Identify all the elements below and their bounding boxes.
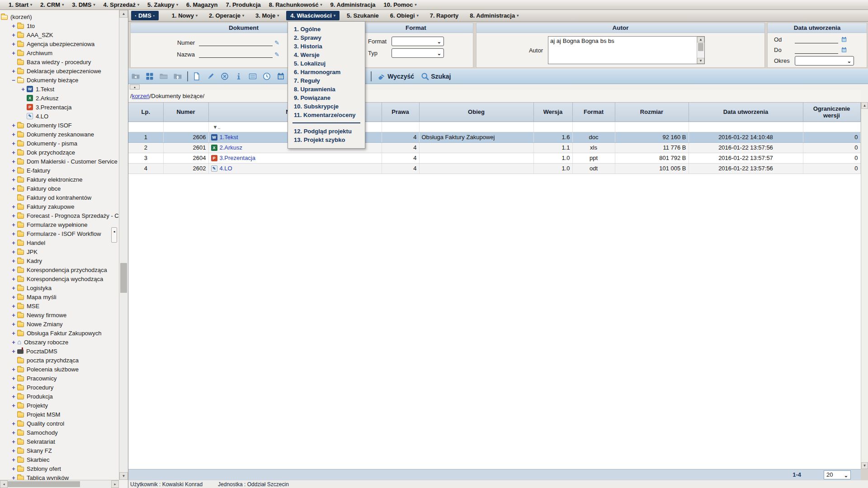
menu-item-1-ogólne[interactable]: 1. Ogólne: [288, 25, 365, 33]
tree-item-deklaracje-ubezpieczeniowe[interactable]: +Deklaracje ubezpieczeniowe: [0, 66, 119, 75]
tree-item-baza-wiedzy-procedury[interactable]: Baza wiedzy - procedury: [0, 57, 119, 66]
tree-item-mapa-myśli[interactable]: +Mapa myśli: [0, 292, 119, 301]
tree-item-faktury-od-kontrahentów[interactable]: Faktury od kontrahentów: [0, 193, 119, 202]
menu-item-3-historia[interactable]: 3. Historia: [288, 42, 365, 51]
expand-plus-icon[interactable]: +: [10, 239, 17, 246]
table-row-2-arkusz[interactable]: 22601X2.Arkusz41.1xls11 776 B2016-01-22 …: [128, 142, 860, 153]
tree-item-projekt-msm[interactable]: Projekt MSM: [0, 410, 119, 419]
edit-pencil-icon[interactable]: ✎: [274, 52, 279, 58]
dms-brand[interactable]: · DMS ·: [131, 11, 159, 20]
tree-item-skany-fz[interactable]: +Skany FZ: [0, 446, 119, 455]
tree-vertical-scrollbar[interactable]: ▲ ▼: [119, 10, 128, 480]
expand-plus-icon[interactable]: +: [10, 140, 17, 147]
dms-menu-item-8-administracja[interactable]: 8. Administracja▾: [466, 11, 523, 20]
column-header-lp[interactable]: Lp.: [128, 103, 163, 122]
top-menu-item-8-rachunkowość[interactable]: 8. Rachunkowość▾: [265, 0, 326, 9]
tree-item-archiwum[interactable]: +Archiwum: [0, 48, 119, 57]
tiles-icon[interactable]: [145, 72, 154, 81]
dms-menu-item-2-operacje[interactable]: 2. Operacje▾: [205, 11, 248, 20]
tree-item-skarbiec[interactable]: +Skarbiec: [0, 455, 119, 464]
expand-plus-icon[interactable]: +: [10, 267, 17, 273]
nazwa-input[interactable]: [199, 50, 273, 58]
scroll-down-icon[interactable]: ▼: [119, 472, 128, 480]
tree-item-faktury-zakupowe[interactable]: +Faktury zakupowe: [0, 202, 119, 211]
scrollbar-thumb[interactable]: [698, 43, 703, 51]
autor-option-bogna-bogna[interactable]: Bogna Bogna: [561, 38, 599, 44]
expand-plus-icon[interactable]: +: [10, 321, 17, 328]
tree-item-sekratariat[interactable]: +Sekratariat: [0, 437, 119, 446]
tree-item-logistyka[interactable]: +Logistyka: [0, 283, 119, 292]
format-select[interactable]: ⌄: [392, 37, 444, 46]
scrollbar-thumb[interactable]: [8, 481, 80, 487]
expand-plus-icon[interactable]: +: [10, 276, 17, 282]
calendar-icon[interactable]: [276, 72, 285, 81]
tree-item-kadry[interactable]: +Kadry: [0, 256, 119, 265]
top-menu-item-3-dms[interactable]: 3. DMS▾: [68, 0, 99, 9]
tree-item-quality-control[interactable]: +Quality control: [0, 419, 119, 428]
tree-item-2-arkusz[interactable]: X2.Arkusz: [0, 94, 119, 103]
column-header-ograniczenie-wersji[interactable]: Ograniczenie wersji: [803, 103, 860, 122]
document-link[interactable]: 2.Arkusz: [220, 144, 243, 151]
tree-horizontal-scrollbar[interactable]: ◂ ▸: [0, 480, 119, 488]
tree-item-e-faktury[interactable]: +E-faktury: [0, 166, 119, 175]
typ-select[interactable]: ⌄: [392, 48, 444, 58]
column-header-data-utworzenia[interactable]: Data utworzenia: [689, 103, 803, 122]
expand-plus-icon[interactable]: +: [10, 32, 17, 38]
tree-item-aaa-szk[interactable]: +AAA_SZK: [0, 30, 119, 39]
tree-item-formularze-isof-workflow[interactable]: +Formularze - ISOF Workflow: [0, 229, 119, 238]
dms-menu-item-1-nowy[interactable]: 1. Nowy▾: [168, 11, 202, 20]
menu-item-9-powiązane[interactable]: 9. Powiązane: [288, 94, 365, 102]
table-row-4-lo[interactable]: 42602✎4.LO41.0odt101 005 B2016-01-22 13:…: [128, 163, 860, 174]
scroll-left-icon[interactable]: ◂: [0, 480, 8, 488]
tree-item-dokumenty-isof[interactable]: +Dokumenty ISOF: [0, 121, 119, 130]
filter-cell-data-utworzenia[interactable]: [689, 122, 803, 132]
column-header-numer[interactable]: Numer: [163, 103, 208, 122]
menu-item-7-reguły[interactable]: 7. Reguły: [288, 76, 365, 85]
menu-item-13-projekt-szybko[interactable]: 13. Projekt szybko: [288, 136, 365, 144]
expand-plus-icon[interactable]: +: [10, 249, 17, 255]
expand-plus-icon[interactable]: +: [10, 429, 17, 436]
tree-item-produkcja[interactable]: +Produkcja: [0, 392, 119, 401]
top-menu-item-1-start[interactable]: 1. Start▾: [5, 0, 36, 9]
tree-item-1-tekst[interactable]: +W1.Tekst: [0, 84, 119, 94]
top-menu-item-7-produkcja[interactable]: 7. Produkcja: [222, 0, 264, 9]
tree-item-polecenia-służbowe[interactable]: +Polecenia służbowe: [0, 365, 119, 374]
search-button[interactable]: Szukaj: [420, 72, 451, 81]
tree-item-faktury-elektroniczne[interactable]: +Faktury elektroniczne: [0, 175, 119, 184]
dms-menu-item-6-obiegi[interactable]: 6. Obiegi▾: [386, 11, 423, 20]
dms-menu-item-4-właściwości[interactable]: 4. Właściwości▾: [286, 11, 340, 20]
expand-plus-icon[interactable]: +: [10, 185, 17, 192]
collapse-filters-button[interactable]: ▲: [130, 84, 140, 89]
expand-plus-icon[interactable]: +: [10, 158, 17, 165]
new-document-icon[interactable]: [192, 72, 201, 81]
tree-item-jpk[interactable]: +JPK: [0, 247, 119, 256]
scroll-up-icon[interactable]: ▲: [697, 37, 704, 42]
column-header-obieg[interactable]: Obieg: [419, 103, 533, 122]
okres-select[interactable]: ⌄: [795, 56, 854, 66]
sidebar-collapse-handle[interactable]: ◂: [111, 227, 117, 243]
expand-plus-icon[interactable]: +: [10, 294, 17, 300]
expand-plus-icon[interactable]: +: [10, 339, 17, 346]
page-size-select[interactable]: 20⌄: [824, 470, 851, 479]
tree-item-dokumenty-zeskanowane[interactable]: +Dokumenty zeskanowane: [0, 130, 119, 139]
menu-item-2-sprawy[interactable]: 2. Sprawy: [288, 33, 365, 42]
expand-plus-icon[interactable]: +: [10, 456, 17, 463]
top-menu-item-6-magazyn[interactable]: 6. Magazyn: [182, 0, 222, 9]
expand-plus-icon[interactable]: +: [10, 420, 17, 427]
column-header-format[interactable]: Format: [572, 103, 615, 122]
document-link[interactable]: 4.LO: [220, 165, 232, 172]
expand-plus-icon[interactable]: +: [10, 348, 17, 355]
tree-item-projekty[interactable]: +Projekty: [0, 401, 119, 410]
menu-item-6-harmonogram[interactable]: 6. Harmonogram: [288, 68, 365, 76]
clear-button[interactable]: Wyczyść: [377, 72, 414, 81]
listbox-scrollbar[interactable]: ▲ ▼: [697, 37, 704, 64]
scroll-right-icon[interactable]: ▸: [111, 480, 119, 488]
expand-plus-icon[interactable]: +: [10, 438, 17, 445]
autor-option-aj-aj[interactable]: aj aj: [548, 38, 561, 44]
filter-cell-numer[interactable]: [163, 122, 208, 132]
expand-plus-icon[interactable]: +: [10, 393, 17, 400]
expand-plus-icon[interactable]: +: [10, 375, 17, 382]
document-link[interactable]: 3.Prezentacja: [220, 155, 256, 161]
expand-plus-icon[interactable]: +: [10, 447, 17, 454]
edit-pencil-icon[interactable]: ✎: [274, 40, 279, 46]
